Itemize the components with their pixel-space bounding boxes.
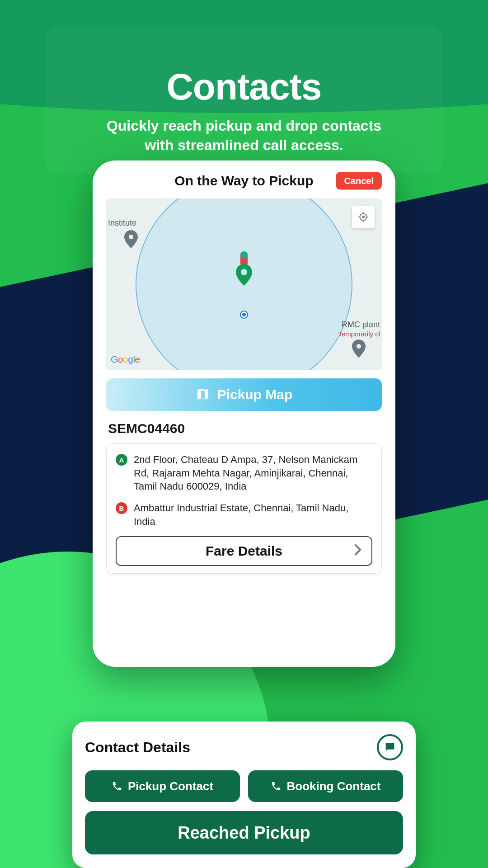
recenter-button[interactable] [352, 206, 375, 228]
map-icon [196, 387, 210, 402]
cancel-button[interactable]: Cancel [336, 172, 382, 190]
phone-mockup: On the Way to Pickup Cancel Institute RM… [93, 160, 395, 667]
chat-button[interactable] [377, 734, 403, 760]
fare-details-button[interactable]: Fare Details [116, 536, 372, 566]
svg-point-3 [362, 216, 364, 218]
hero-title: Contacts [90, 66, 398, 108]
hero-banner: Contacts Quickly reach pickup and drop c… [45, 27, 443, 173]
current-location-pin-icon [230, 250, 258, 287]
map-pin-icon [124, 230, 138, 248]
map-pin-icon [352, 340, 366, 358]
order-id: SEMC04460 [106, 421, 382, 436]
contact-details-card: Contact Details Pickup Contact Booking C… [72, 722, 416, 868]
pickup-address: 2nd Floor, Chateau D Ampa, 37, Nelson Ma… [134, 453, 372, 493]
map-view[interactable]: Institute RMC plantTemporarily cl [106, 198, 382, 370]
phone-icon [271, 781, 282, 792]
address-row-pickup: A 2nd Floor, Chateau D Ampa, 37, Nelson … [116, 453, 372, 493]
map-label-rmc: RMC plantTemporarily cl [338, 321, 380, 339]
marker-b-icon: B [116, 502, 127, 514]
page-title: On the Way to Pickup [174, 173, 313, 189]
google-logo: Google [111, 354, 140, 365]
hero-subtitle: Quickly reach pickup and drop contacts w… [90, 116, 398, 155]
drop-address: Ambattur Industrial Estate, Chennai, Tam… [134, 501, 372, 528]
user-location-dot-icon [241, 311, 247, 318]
contact-title: Contact Details [85, 739, 190, 756]
map-label-institute: Institute [108, 218, 136, 228]
phone-icon [112, 781, 122, 792]
chevron-right-icon [353, 543, 362, 559]
reached-pickup-button[interactable]: Reached Pickup [85, 811, 403, 854]
chat-icon [384, 741, 396, 754]
booking-contact-button[interactable]: Booking Contact [248, 770, 403, 802]
address-card: A 2nd Floor, Chateau D Ampa, 37, Nelson … [106, 443, 382, 574]
pickup-contact-button[interactable]: Pickup Contact [85, 770, 240, 802]
svg-point-1 [240, 251, 248, 259]
address-row-drop: B Ambattur Industrial Estate, Chennai, T… [116, 501, 372, 528]
marker-a-icon: A [116, 454, 127, 466]
pickup-map-button[interactable]: Pickup Map [106, 378, 382, 411]
